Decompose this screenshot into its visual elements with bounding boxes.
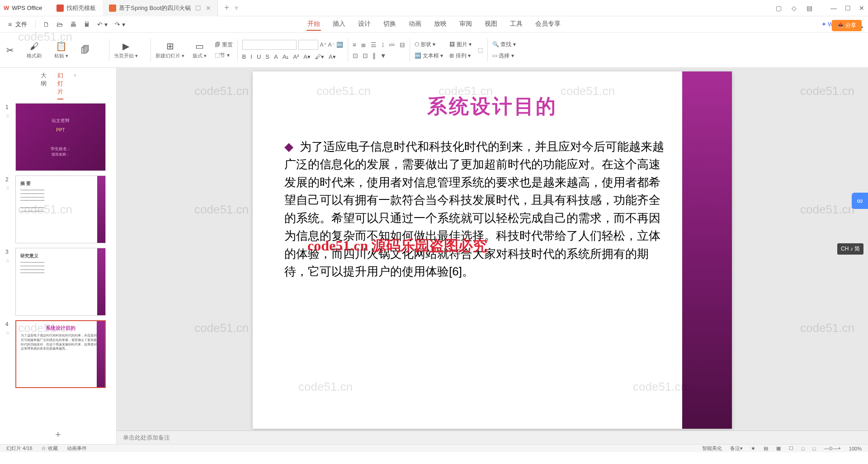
minimize-icon[interactable]: — (830, 5, 837, 12)
qat-print-icon[interactable]: 🖶 (66, 21, 80, 28)
star-icon[interactable]: ☆ (5, 185, 15, 191)
picture-button[interactable]: 🖼 图片 ▾ (449, 41, 472, 48)
maximize-icon[interactable]: ☐ (845, 5, 851, 12)
ribbon-tab-animation[interactable]: 动画 (408, 18, 422, 31)
highlight-button[interactable]: 🖊▾ (315, 53, 324, 60)
ribbon-tab-view[interactable]: 视图 (484, 18, 498, 31)
change-case-icon[interactable]: 🔤 (336, 42, 343, 48)
smart-beautify[interactable]: 智能美化 (702, 445, 722, 452)
slide-title[interactable]: 系统设计目的 (253, 71, 732, 120)
zoom-percent[interactable]: 100% (849, 446, 862, 451)
animation-events[interactable]: 动画事件 (67, 445, 87, 452)
arrange-button[interactable]: ⊞ 排列 ▾ (449, 52, 472, 60)
increase-font-icon[interactable]: A⁺ (320, 42, 326, 48)
decrease-font-icon[interactable]: A⁻ (328, 42, 335, 48)
align-left-icon[interactable]: ≡ (353, 41, 356, 48)
qat-open-icon[interactable]: 🗁 (53, 21, 66, 28)
add-slide-button[interactable]: + (0, 425, 116, 444)
font-color-button[interactable]: A▾ (303, 53, 311, 60)
view-normal-icon[interactable]: ▤ (764, 445, 768, 451)
menu-icon[interactable]: ≡ (5, 21, 15, 28)
section-button[interactable]: ⬚节 ▾ (215, 52, 232, 59)
collapse-icon[interactable]: ‹ (74, 71, 76, 99)
layout-icon[interactable]: ▭ (195, 41, 204, 52)
subscript-button[interactable]: A₂ (283, 53, 289, 60)
win-icon[interactable]: ▤ (807, 5, 812, 12)
ribbon-tab-design[interactable]: 设计 (357, 18, 372, 31)
tab-template[interactable]: 找稻壳模板 (50, 0, 103, 16)
win-icon[interactable]: ▢ (776, 5, 782, 12)
ribbon-tab-insert[interactable]: 插入 (332, 18, 346, 31)
paste-icon[interactable]: 📋 (56, 41, 67, 52)
indent-dec-icon[interactable]: ⊡ (353, 52, 358, 59)
indent-inc-icon[interactable]: ⊡ (363, 52, 368, 59)
file-menu[interactable]: 文件 (15, 20, 27, 28)
slide-thumb-2[interactable]: 摘 要▪▪▪▪▪▪▪▪▪▪▪▪▪▪▪▪▪▪▪▪▪▪▪▪▪▪▪▪▪▪▪▪▪▪▪▪▪… (15, 175, 106, 243)
slide-thumb-4[interactable]: 系统设计目的为了适应电子信息时代和科技化时代的到来，并且应对今后可能越来越广泛的… (15, 320, 106, 388)
shapes-button[interactable]: ⬠ 形状 ▾ (415, 41, 443, 48)
view-reading-icon[interactable]: ☐ (789, 445, 793, 451)
tab-document[interactable]: 基于Spring Boot的四川火锅☐✕ (103, 0, 218, 16)
view-slideshow-icon[interactable]: □ (802, 446, 805, 451)
justify-icon[interactable]: ⫶ (381, 41, 384, 48)
ribbon-tab-review[interactable]: 审阅 (458, 18, 473, 31)
view-sorter-icon[interactable]: ▦ (776, 445, 781, 451)
slide-thumb-3[interactable]: 研究意义▪▪▪▪▪▪▪▪▪▪▪▪▪▪▪▪▪▪▪▪▪▪▪▪▪▪▪▪▪▪▪▪▪▪▪▪… (15, 248, 106, 316)
outline-tab[interactable]: 大纲 (41, 71, 47, 99)
view-other-icon[interactable]: □ (813, 446, 816, 451)
ribbon-tab-member[interactable]: 会员专享 (534, 18, 561, 31)
text-direction-icon[interactable]: ▼ (380, 52, 387, 59)
ribbon-tab-transition[interactable]: 切换 (382, 18, 397, 31)
star-icon[interactable]: ★ (751, 445, 755, 451)
notes-toggle[interactable]: 备注▾ (730, 445, 743, 452)
ribbon-tab-slideshow[interactable]: 放映 (433, 18, 448, 31)
italic-button[interactable]: I (250, 53, 252, 60)
find-button[interactable]: 🔍 查找 ▾ (492, 41, 516, 48)
underline-button[interactable]: U (257, 53, 261, 60)
tab-close-icon[interactable]: ☐ (195, 5, 201, 12)
new-tab-button[interactable]: + (224, 3, 229, 13)
star-icon[interactable]: ☆ (5, 330, 15, 336)
fill-button[interactable]: ⬚ (478, 47, 483, 53)
textbox-button[interactable]: 🔤 文本框 ▾ (415, 52, 443, 60)
zoom-slider[interactable]: —⊙—+ (824, 445, 840, 451)
format-painter-icon[interactable]: 🖌 (30, 41, 39, 52)
star-icon[interactable]: ☆ (5, 113, 15, 119)
reset-button[interactable]: 🗐 重置 (215, 41, 232, 49)
qat-new-icon[interactable]: 🗋 (39, 21, 53, 28)
favorite-button[interactable]: ☆ 收藏 (41, 445, 57, 452)
copy-icon[interactable]: 🗐 (81, 45, 90, 55)
line-spacing-icon[interactable]: ‖ (373, 52, 376, 59)
ime-indicator[interactable]: CH ♪ 简 (837, 243, 863, 255)
bullets-icon[interactable]: ≔ (389, 41, 395, 48)
new-slide-icon[interactable]: ⊞ (166, 41, 174, 52)
close-icon[interactable]: ✕ (859, 5, 864, 12)
play-icon[interactable]: ▶ (123, 41, 129, 52)
ribbon-tab-home[interactable]: 开始 (307, 18, 321, 31)
win-icon[interactable]: ◇ (792, 5, 797, 12)
redo-button[interactable]: ↷ ▾ (111, 21, 129, 28)
ribbon-tab-tools[interactable]: 工具 (509, 18, 524, 31)
share-button[interactable]: 📤 分享 (832, 20, 862, 31)
float-cloud-button[interactable]: ∞ (852, 193, 868, 209)
star-icon[interactable]: ☆ (5, 258, 15, 264)
tab-close-icon[interactable]: ✕ (206, 5, 211, 12)
notes-pane[interactable]: 单击此处添加备注 (117, 431, 868, 444)
font-family-select[interactable] (242, 40, 297, 50)
numbering-icon[interactable]: ⊟ (400, 41, 405, 48)
select-button[interactable]: ▭ 选择 ▾ (492, 52, 516, 60)
align-right-icon[interactable]: ☰ (371, 41, 377, 48)
slides-tab[interactable]: 幻灯片 (57, 71, 63, 99)
text-fill-button[interactable]: A▾ (329, 53, 336, 60)
qat-preview-icon[interactable]: 🖩 (80, 21, 94, 28)
font-effect-button[interactable]: A (274, 53, 278, 60)
cut-icon[interactable]: ✂ (6, 45, 14, 56)
bold-button[interactable]: B (242, 53, 246, 60)
strike-button[interactable]: S (265, 53, 269, 60)
slide-body[interactable]: ◆为了适应电子信息时代和科技化时代的到来，并且应对今后可能越来越广泛的信息化的发… (253, 120, 732, 281)
superscript-button[interactable]: A² (293, 53, 299, 60)
align-center-icon[interactable]: ≣ (361, 41, 366, 48)
slide-thumb-1[interactable]: 论文答辩PPT学生姓名：指导老师： (15, 103, 106, 171)
font-size-select[interactable] (298, 40, 318, 50)
undo-button[interactable]: ↶ ▾ (94, 21, 111, 28)
